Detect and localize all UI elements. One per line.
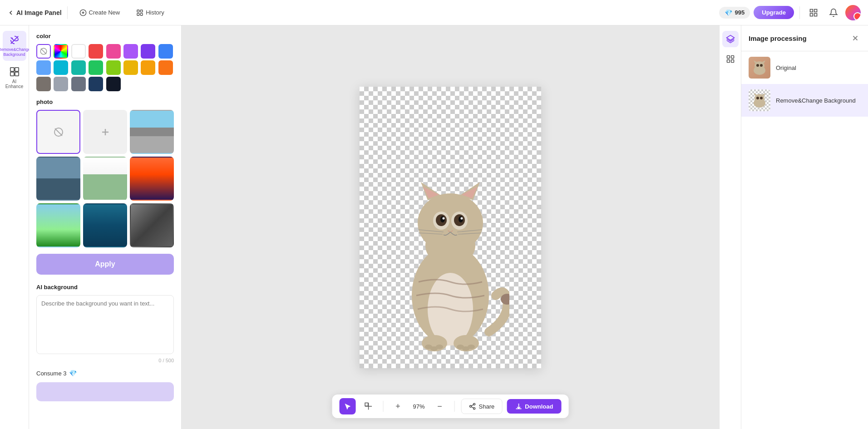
color-swatch-dark-gray[interactable] (71, 77, 86, 91)
svg-rect-54 (731, 56, 734, 59)
main-content: Remove&Change Background AI Enhance colo… (0, 25, 868, 429)
history-icon-button[interactable] (722, 51, 739, 67)
history-label-remove-bg: Remove&Change Background (776, 97, 856, 104)
remove-bg-label: Remove&Change Background (0, 47, 30, 57)
grid-icon-button[interactable] (805, 5, 822, 21)
svg-rect-46 (365, 403, 368, 406)
svg-rect-7 (810, 13, 813, 16)
canvas-area: + 97% − Share Download (182, 25, 719, 429)
color-swatch-gray[interactable] (54, 77, 68, 91)
apply-bottom-button[interactable] (36, 382, 174, 401)
svg-rect-12 (15, 72, 18, 76)
svg-rect-2 (141, 10, 143, 12)
color-swatch-lime[interactable] (106, 60, 121, 75)
diamond-icon: 💎 (725, 9, 732, 16)
left-panel: color (29, 25, 182, 429)
svg-rect-3 (137, 13, 139, 15)
download-button[interactable]: Download (507, 399, 561, 414)
ai-enhance-label: AI Enhance (5, 79, 25, 89)
user-avatar[interactable] (845, 5, 861, 20)
divider (67, 6, 68, 19)
ai-enhance-tool[interactable]: AI Enhance (3, 63, 26, 93)
ai-background-input[interactable] (36, 295, 174, 354)
color-swatch-deep-purple[interactable] (141, 44, 155, 59)
color-swatch-brown[interactable] (36, 77, 51, 91)
canvas-container (360, 87, 541, 368)
create-new-button[interactable]: Create New (73, 6, 127, 19)
app-title: AI Image Panel (16, 9, 62, 16)
back-button[interactable]: AI Image Panel (7, 9, 62, 16)
photo-cell-tree[interactable] (83, 157, 127, 201)
color-swatch-blue[interactable] (158, 44, 173, 59)
svg-rect-10 (15, 67, 18, 71)
color-swatch-orange[interactable] (158, 60, 173, 75)
share-button[interactable]: Share (461, 399, 503, 414)
color-swatch-pink[interactable] (106, 44, 121, 59)
svg-point-32 (461, 217, 463, 219)
remove-background-tool[interactable]: Remove&Change Background (3, 31, 26, 61)
svg-point-70 (760, 97, 763, 99)
photo-cell-abstract[interactable] (130, 203, 174, 247)
close-sidebar-button[interactable] (850, 33, 861, 44)
right-sidebar: Image processing Original (741, 25, 868, 429)
history-thumb-original (749, 57, 770, 79)
photo-cell-none[interactable] (36, 110, 80, 154)
history-item-original[interactable]: Original (741, 51, 868, 84)
svg-rect-53 (727, 56, 730, 59)
select-tool-button[interactable] (340, 398, 356, 414)
color-swatch-purple[interactable] (123, 44, 138, 59)
ai-enhance-icon (9, 66, 20, 77)
color-swatch-yellow[interactable] (123, 60, 138, 75)
upgrade-button[interactable]: Upgrade (754, 6, 794, 19)
svg-rect-11 (10, 72, 14, 76)
tools-sidebar: Remove&Change Background AI Enhance (0, 25, 29, 429)
photo-grid (36, 110, 174, 247)
right-sidebar-header: Image processing (741, 25, 868, 51)
photo-cell-bigben[interactable] (36, 157, 80, 201)
svg-line-50 (471, 407, 473, 408)
ai-background-title: AI background (36, 284, 174, 291)
compare-tool-button[interactable] (360, 398, 377, 414)
svg-rect-5 (810, 9, 813, 12)
layers-icon-button[interactable] (722, 31, 739, 47)
consume-row: Consume 3 💎 (36, 370, 174, 377)
photo-cell-add[interactable] (83, 110, 127, 154)
divider (799, 6, 800, 19)
right-sidebar-title: Image processing (749, 35, 807, 42)
color-swatch-none[interactable] (36, 44, 51, 59)
zoom-level: 97% (411, 403, 427, 410)
cat-image (391, 141, 509, 368)
color-swatch-green[interactable] (89, 60, 103, 75)
color-swatch-cyan[interactable] (54, 60, 68, 75)
photo-cell-road[interactable] (130, 110, 174, 154)
zoom-out-button[interactable]: − (432, 398, 448, 414)
color-swatch-amber[interactable] (141, 60, 155, 75)
history-button[interactable]: History (130, 6, 170, 19)
svg-rect-9 (10, 67, 14, 71)
svg-point-64 (760, 64, 763, 67)
svg-rect-56 (731, 60, 734, 63)
apply-button[interactable]: Apply (36, 254, 174, 275)
color-swatch-rainbow[interactable] (54, 44, 68, 59)
color-swatch-black[interactable] (106, 77, 121, 91)
right-icon-panel (719, 25, 741, 429)
color-swatch-red[interactable] (89, 44, 103, 59)
color-grid (36, 44, 174, 91)
svg-line-14 (41, 49, 46, 54)
photo-cell-rainbow[interactable] (36, 203, 80, 247)
toolbar-divider-2 (454, 401, 455, 412)
color-section-title: color (36, 33, 174, 39)
color-swatch-navy[interactable] (89, 77, 103, 91)
history-thumb-removed (749, 89, 770, 111)
color-swatch-teal[interactable] (71, 60, 86, 75)
photo-cell-mountain[interactable] (83, 203, 127, 247)
notification-button[interactable] (825, 5, 842, 21)
top-navigation: AI Image Panel Create New History 💎 995 … (0, 0, 868, 25)
history-item-remove-bg[interactable]: Remove&Change Background (741, 84, 868, 117)
consume-label: Consume 3 (36, 370, 66, 377)
svg-line-16 (55, 128, 62, 136)
zoom-in-button[interactable]: + (390, 398, 406, 414)
color-swatch-light-blue[interactable] (36, 60, 51, 75)
photo-cell-sunset[interactable] (130, 157, 174, 201)
color-swatch-white[interactable] (71, 44, 86, 59)
